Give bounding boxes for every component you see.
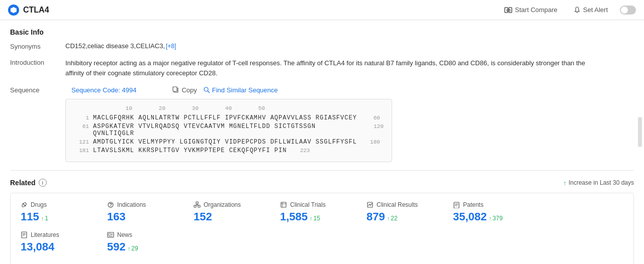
increase-arrow-icon: ↑	[563, 179, 567, 187]
drugs-number: 115	[21, 210, 39, 223]
related-header: Related i ↑ Increase in Last 30 days	[10, 179, 634, 187]
find-similar-label: Find Similar Sequence	[212, 86, 278, 94]
sequence-code-link[interactable]: Sequence Code: 4994	[71, 86, 136, 94]
toggle-switch[interactable]	[620, 6, 636, 15]
results-increase-value: 22	[391, 215, 397, 222]
indications-icon	[107, 201, 114, 208]
results-increase: ↑ 22	[387, 215, 398, 222]
seq-line-4: 181 LTAVSLSKML KKRSPLTTGV YVKMPPTEPE CEK…	[74, 147, 384, 154]
trials-increase-value: 15	[314, 215, 320, 222]
organizations-label: Organizations	[204, 201, 241, 208]
stat-patents: Patents 35,082 ↑ 379	[453, 201, 523, 223]
seq-data-4: LTAVSLSKML KKRSPLTTGV YVKMPPTEPE CEKQFQP…	[93, 147, 287, 154]
copy-button[interactable]: Copy	[172, 86, 197, 94]
patents-increase: ↑ 379	[489, 215, 503, 222]
patents-icon	[453, 201, 460, 208]
basic-info-section-title: Basic Info	[10, 28, 634, 36]
introduction-label: Introduction	[10, 58, 65, 66]
indications-label: Indications	[117, 201, 146, 208]
seq-data-1: MACLGFQRHK AQLNLATRTW PCTLLFFLF IPVFCKAM…	[93, 114, 357, 121]
stats-grid-row1: Drugs 115 ↑ 1 Indications 163	[21, 201, 623, 231]
ruler-text: 10 20 30 40 50	[99, 105, 265, 111]
drugs-label: Drugs	[31, 201, 47, 208]
app-logo-icon	[8, 5, 19, 16]
literatures-icon	[21, 231, 28, 238]
header-right: U5 Start Compare Set Alert	[500, 4, 636, 16]
copy-icon	[172, 86, 179, 93]
start-compare-label: Start Compare	[515, 6, 558, 14]
svg-line-16	[195, 205, 197, 205]
scrollbar[interactable]	[638, 117, 642, 147]
stat-news-category: News	[107, 231, 177, 238]
news-label: News	[117, 231, 132, 238]
stat-organizations-category: Organizations	[194, 201, 264, 208]
page-title: CTLA4	[23, 6, 49, 15]
stat-indications-category: Indications	[107, 201, 177, 208]
svg-rect-5	[173, 87, 177, 91]
svg-point-11	[110, 206, 111, 207]
trials-increase: ↑ 15	[310, 215, 320, 222]
stats-grid-row2: Literatures 13,084 News 592 ↑ 29	[21, 231, 623, 261]
increase-note: Increase in Last 30 days	[569, 179, 634, 186]
set-alert-button[interactable]: Set Alert	[570, 4, 612, 16]
stat-lit-category: Literatures	[21, 231, 91, 238]
stat-clinical-results: Clinical Results 879 ↑ 22	[366, 201, 437, 223]
seq-data-3: AMDTGLYICK VELMYPPYY LGIGNGTQIY VIDPEPCP…	[93, 139, 357, 146]
synonyms-value: CD152,celiac disease 3,CELIAC3,[+8]	[65, 42, 176, 50]
find-similar-button[interactable]: Find Similar Sequence	[203, 86, 278, 94]
svg-rect-12	[196, 202, 198, 204]
trials-label: Clinical Trials	[290, 201, 326, 208]
main-content: Basic Info Synonyms CD152,celiac disease…	[0, 20, 644, 264]
synonyms-row: Synonyms CD152,celiac disease 3,CELIAC3,…	[10, 42, 634, 50]
info-icon[interactable]: i	[39, 179, 47, 187]
bell-icon	[574, 7, 581, 14]
news-increase-value: 29	[131, 245, 138, 252]
introduction-value: Inhibitory receptor acting as a major ne…	[65, 58, 593, 78]
drugs-value-row: 115 ↑ 1	[21, 210, 91, 223]
header: CTLA4 U5 Start Compare Set Alert	[0, 0, 644, 20]
synonyms-label: Synonyms	[10, 42, 65, 50]
clinical-results-icon	[366, 201, 374, 208]
header-left: CTLA4	[8, 5, 49, 16]
seq-data-2: ASPGKATEVR VTVLRQADSQ VTEVCAATVM MGNELTF…	[93, 123, 360, 137]
stat-organizations: Organizations 152	[194, 201, 264, 223]
results-value-row: 879 ↑ 22	[366, 210, 437, 223]
clinical-trials-icon	[280, 201, 287, 208]
svg-text:U5: U5	[506, 9, 511, 12]
news-value-row: 592 ↑ 29	[107, 240, 177, 253]
stat-drugs: Drugs 115 ↑ 1	[21, 201, 91, 223]
indications-value-row: 163	[107, 210, 177, 223]
compare-icon: U5	[504, 6, 512, 14]
organizations-value-row: 152	[194, 210, 264, 223]
indications-number: 163	[107, 210, 126, 223]
synonyms-more-link[interactable]: [+8]	[166, 43, 176, 50]
svg-line-9	[23, 203, 26, 206]
stat-news: News 592 ↑ 29	[107, 231, 177, 253]
trials-value-row: 1,585 ↑ 15	[280, 210, 350, 223]
seq-line-3: 121 AMDTGLYICK VELMYPPYY LGIGNGTQIY VIDP…	[74, 139, 384, 146]
patents-increase-value: 379	[493, 215, 503, 222]
stat-indications: Indications 163	[107, 201, 177, 223]
patents-label: Patents	[463, 201, 484, 208]
related-note: ↑ Increase in Last 30 days	[563, 179, 634, 187]
svg-rect-22	[454, 202, 459, 208]
seq-end-3: 180	[365, 139, 380, 145]
start-compare-button[interactable]: U5 Start Compare	[500, 4, 562, 16]
news-increase: ↑ 29	[128, 245, 138, 252]
copy-label: Copy	[181, 86, 197, 94]
svg-point-6	[204, 87, 208, 91]
introduction-row: Introduction Inhibitory receptor acting …	[10, 58, 634, 78]
stat-patents-category: Patents	[453, 201, 523, 208]
sequence-display: 10 20 30 40 50 1 MACLGFQRHK AQLNLATRTW P…	[65, 99, 392, 162]
seq-start-1: 1	[74, 115, 89, 121]
seq-end-2: 120	[369, 123, 384, 129]
sequence-label: Sequence	[10, 86, 65, 94]
seq-start-4: 181	[74, 148, 89, 154]
synonyms-text: CD152,celiac disease 3,CELIAC3,	[65, 42, 165, 50]
svg-rect-14	[198, 205, 200, 207]
trials-number: 1,585	[280, 210, 308, 223]
section-divider	[10, 170, 634, 171]
organizations-number: 152	[194, 210, 212, 223]
svg-line-17	[197, 205, 199, 205]
sequence-ruler: 10 20 30 40 50	[74, 105, 384, 111]
